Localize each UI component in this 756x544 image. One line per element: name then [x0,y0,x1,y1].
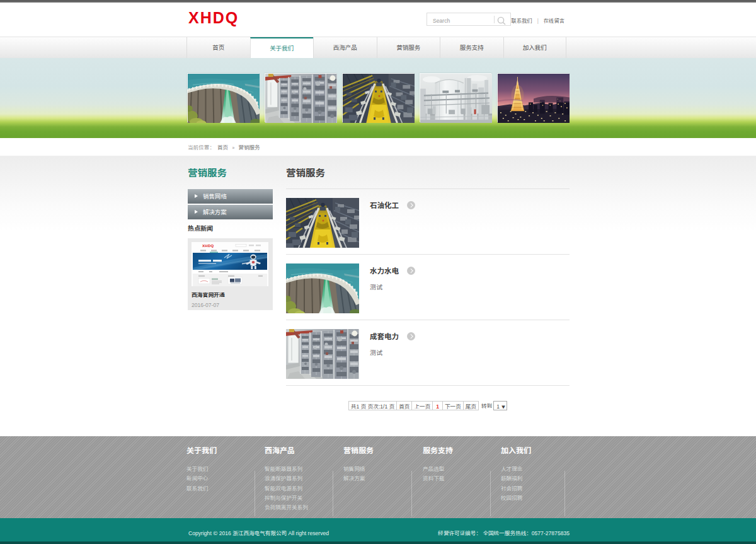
svg-text:XHDQ: XHDQ [202,244,214,248]
